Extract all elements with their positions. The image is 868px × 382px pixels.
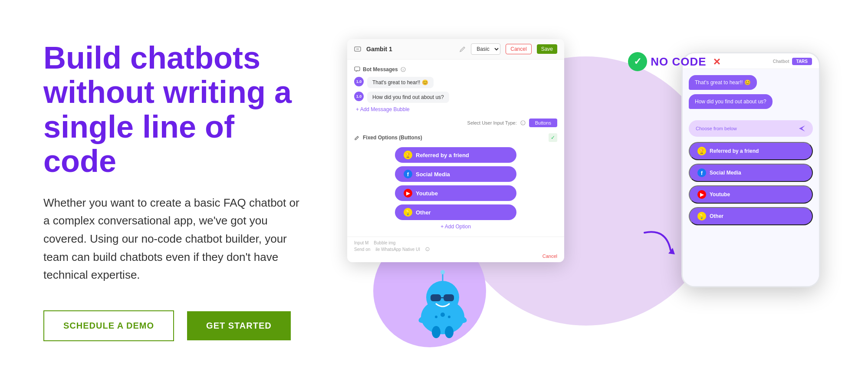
- option-friend-btn[interactable]: 🏆 Referred by a friend: [395, 147, 516, 163]
- svg-point-19: [441, 313, 445, 317]
- fb-icon: f: [404, 170, 412, 178]
- arrow-svg: [640, 224, 679, 259]
- robot-svg: [408, 265, 477, 339]
- right-illustration: × × × Gambit 1 Basic Cancel Save: [339, 17, 833, 365]
- input-info-icon: i: [520, 120, 526, 125]
- add-option-btn[interactable]: + Add Option: [354, 224, 557, 230]
- info-icon: i: [401, 67, 406, 72]
- yt-icon: ▶: [404, 189, 412, 198]
- svg-point-18: [445, 326, 454, 338]
- phone-body: That's great to hear!! 😊 How did you fin…: [683, 69, 819, 286]
- builder-panel: Gambit 1 Basic Cancel Save Bot Messages: [347, 39, 564, 262]
- robot-mascot: [408, 265, 477, 339]
- footer-cancel: Cancel: [354, 254, 557, 259]
- svg-rect-1: [355, 67, 360, 71]
- svg-rect-10: [431, 294, 441, 301]
- phone-msg-2: How did you find out about us?: [689, 94, 813, 113]
- phone-option-youtube[interactable]: ▶ Youtube: [689, 185, 813, 204]
- phone-msg-1: That's great to hear!! 😊: [689, 75, 813, 94]
- input-type-button[interactable]: Buttons: [529, 119, 557, 127]
- input-type-label: Select User Input Type:: [467, 120, 517, 125]
- builder-header: Gambit 1 Basic Cancel Save: [347, 39, 564, 59]
- builder-icon: [354, 46, 361, 53]
- footer-info-icon: i: [425, 247, 430, 251]
- bubble-badge-1: 1.0: [354, 77, 364, 86]
- bot-messages-label: Bot Messages i: [354, 66, 557, 72]
- cta-buttons: SCHEDULE A DEMO GET STARTED: [43, 310, 312, 341]
- svg-point-20: [435, 316, 437, 318]
- bubble-text-1: That's great to hear!! 😊: [367, 77, 434, 88]
- builder-mode-select[interactable]: Basic: [471, 43, 500, 55]
- phone-mockup: Chatbot TARS That's great to hear!! 😊 Ho…: [681, 52, 820, 287]
- check-box: ✓: [549, 133, 557, 142]
- chatbot-tab[interactable]: Chatbot: [773, 59, 789, 64]
- bot-bubble-1: 1.0 That's great to hear!! 😊: [354, 77, 557, 88]
- send-icon: [798, 125, 806, 132]
- phone-input-area[interactable]: Choose from below: [689, 120, 813, 137]
- left-content: Build chatbots without writing a single …: [43, 41, 339, 341]
- add-bubble-btn[interactable]: + Add Message Bubble: [354, 106, 557, 112]
- option-social-btn[interactable]: f Social Media: [395, 166, 516, 182]
- builder-body: Bot Messages i 1.0 That's great to hear!…: [347, 59, 564, 237]
- no-code-x: ×: [713, 55, 720, 69]
- description-text: Whether you want to create a basic FAQ c…: [43, 194, 304, 284]
- edit-icon: [460, 46, 466, 52]
- option-youtube-btn[interactable]: ▶ Youtube: [395, 185, 516, 201]
- no-code-text: NO CODE: [651, 55, 706, 69]
- friend-icon: 🏆: [404, 151, 412, 159]
- get-started-button[interactable]: GET STARTED: [187, 311, 291, 340]
- hero-section: Build chatbots without writing a single …: [0, 0, 868, 382]
- phone-yt-icon: ▶: [697, 190, 706, 199]
- builder-title: Gambit 1: [366, 46, 454, 53]
- input-type-row: Select User Input Type: i Buttons: [354, 119, 557, 127]
- phone-option-other[interactable]: 💡 Other: [689, 207, 813, 225]
- bubble-text-2: How did you find out about us?: [367, 92, 449, 103]
- builder-save-button[interactable]: Save: [537, 44, 557, 54]
- svg-text:i: i: [427, 248, 427, 251]
- svg-text:i: i: [403, 68, 404, 71]
- chat-icon: [354, 66, 360, 72]
- edit-options-icon: [354, 135, 360, 141]
- phone-options-list: 🏆 Referred by a friend f Social Media ▶ …: [689, 142, 813, 225]
- footer-row-1: Input M Bubble img: [354, 240, 557, 245]
- svg-point-14: [441, 270, 445, 274]
- fixed-options-header: Fixed Options (Buttons) ✓: [354, 133, 557, 142]
- tars-tab[interactable]: TARS: [792, 58, 812, 65]
- phone-other-icon: 💡: [697, 212, 706, 221]
- other-icon: 💡: [404, 208, 412, 217]
- phone-friend-icon: 🏆: [697, 147, 706, 155]
- phone-option-friend[interactable]: 🏆 Referred by a friend: [689, 142, 813, 160]
- svg-text:i: i: [523, 122, 523, 125]
- svg-point-17: [432, 326, 441, 338]
- svg-point-21: [448, 316, 450, 318]
- arrow-decoration: [640, 224, 679, 260]
- phone-fb-icon: f: [697, 168, 706, 177]
- schedule-demo-button[interactable]: SCHEDULE A DEMO: [43, 310, 174, 341]
- main-headline: Build chatbots without writing a single …: [43, 41, 312, 178]
- check-icon: ✓: [628, 52, 647, 71]
- builder-cancel-button[interactable]: Cancel: [506, 44, 531, 54]
- no-code-badge: ✓ NO CODE ×: [628, 52, 720, 71]
- bot-bubble-2: 1.0 How did you find out about us?: [354, 92, 557, 103]
- phone-option-social[interactable]: f Social Media: [689, 164, 813, 182]
- svg-rect-11: [444, 294, 454, 301]
- svg-marker-22: [668, 248, 675, 254]
- option-other-btn[interactable]: 💡 Other: [395, 204, 516, 220]
- builder-footer: Input M Bubble img Send on ile WhatsApp …: [347, 237, 564, 262]
- fixed-options-title: Fixed Options (Buttons): [354, 135, 422, 141]
- builder-options-list: 🏆 Referred by a friend f Social Media ▶ …: [354, 147, 557, 220]
- footer-row-2: Send on ile WhatsApp Native UI i: [354, 247, 557, 252]
- bubble-badge-2: 1.0: [354, 92, 364, 101]
